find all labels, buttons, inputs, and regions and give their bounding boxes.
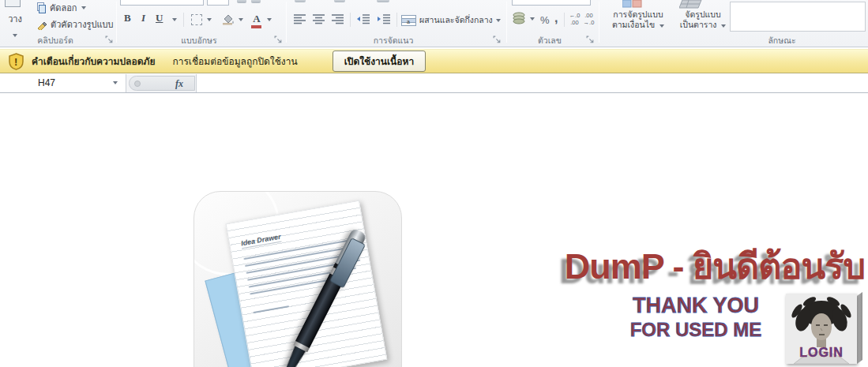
dropdown-arrow-icon	[659, 24, 664, 28]
font-color-bar	[251, 25, 261, 28]
number-format-combobox[interactable]	[512, 0, 591, 6]
orientation-icon[interactable]	[334, 0, 345, 2]
insert-function-button[interactable]: fx	[175, 78, 183, 90]
copy-button[interactable]: คัดลอก	[36, 2, 86, 14]
dropdown-arrow-icon	[496, 19, 501, 22]
decrease-decimal-button[interactable]: .00 →.0	[582, 12, 596, 26]
login-label: LOGIN	[786, 346, 857, 360]
merge-center-button[interactable]: a ผสานและจัดกึ่งกลาง	[401, 13, 501, 27]
percent-button[interactable]: %	[540, 14, 550, 26]
font-name-combobox[interactable]	[120, 0, 204, 6]
formula-bar-dot	[134, 81, 141, 87]
dropdown-arrow-icon[interactable]	[239, 18, 243, 21]
ribbon-group-styles: การจัดรูปแบบ ตามเงื่อนไข จัดรูปแบบ เป็นต…	[600, 0, 868, 46]
format-painter-label: ตัวคัดวางรูปแบบ	[51, 17, 114, 32]
format-painter-icon	[36, 19, 47, 30]
group-separator	[506, 2, 507, 43]
dropdown-arrow-icon[interactable]	[172, 18, 177, 21]
dialog-launcher-icon[interactable]	[274, 36, 283, 44]
decrease-decimal-top: .00	[584, 12, 592, 19]
align-center-icon[interactable]	[312, 13, 326, 24]
mini-separator	[183, 13, 184, 27]
group-separator	[286, 2, 287, 43]
currency-coins-icon	[512, 12, 528, 25]
dropdown-arrow-icon[interactable]	[267, 18, 272, 21]
dropdown-arrow-icon	[721, 24, 726, 28]
grow-font-icon[interactable]	[237, 0, 246, 3]
svg-text:!: !	[14, 56, 17, 68]
ribbon-group-number: % , ←.0 .00 .00 →.0 ตัวเลข	[509, 0, 597, 46]
font-group-label: แบบอักษร	[118, 35, 280, 46]
dialog-launcher-icon[interactable]	[105, 36, 114, 44]
italic-button[interactable]: I	[141, 12, 145, 24]
comma-button[interactable]: ,	[554, 11, 558, 25]
group-separator	[599, 2, 599, 43]
ribbon-group-font: B I U A แบบอักษร	[118, 0, 285, 46]
merge-center-label: ผสานและจัดกึ่งกลาง	[419, 13, 493, 27]
cell-styles-gallery[interactable]	[730, 2, 866, 32]
shrink-font-icon[interactable]	[251, 0, 261, 3]
format-painter-button[interactable]: ตัวคัดวางรูปแบบ	[36, 18, 114, 31]
align-right-icon[interactable]	[331, 13, 345, 24]
paste-label: วาง	[8, 14, 22, 24]
name-box-value: H47	[38, 77, 55, 88]
decrease-decimal-bottom: →.0	[584, 19, 595, 26]
number-group-label: ตัวเลข	[509, 35, 591, 46]
dialog-launcher-icon[interactable]	[586, 36, 595, 44]
bold-button[interactable]: B	[124, 12, 131, 24]
mini-separator	[564, 13, 565, 27]
enable-content-button[interactable]: เปิดใช้งานเนื้อหา	[333, 51, 426, 72]
font-color-button[interactable]: A	[251, 11, 262, 28]
font-size-combobox[interactable]	[207, 0, 229, 6]
conditional-formatting-line2: ตามเงื่อนไข	[612, 20, 655, 29]
excel-window: วาง คัดลอก ตัวคัดวางรูปแบบ คลิปบอร์ด B	[0, 0, 868, 367]
wrap-text-icon[interactable]	[377, 0, 389, 2]
fill-color-icon[interactable]	[221, 13, 235, 25]
format-as-table-line2: เป็นตาราง	[680, 20, 717, 29]
thank-you-line1: THANK YOU	[608, 294, 783, 318]
alignment-group-label: การจัดแนว	[288, 35, 498, 46]
svg-text:a: a	[407, 19, 410, 24]
increase-decimal-button[interactable]: ←.0 .00	[568, 12, 581, 26]
formula-bar: H47 fx	[0, 74, 868, 93]
increase-indent-icon[interactable]	[377, 13, 391, 24]
security-warning-title: คำเตือนเกี่ยวกับความปลอดภัย	[32, 54, 155, 69]
login-button[interactable]: LOGIN	[786, 294, 862, 365]
ribbon-group-alignment: a ผสานและจัดกึ่งกลาง การจัดแนว	[288, 0, 505, 46]
styles-group-label: ลักษณะ	[600, 35, 868, 46]
name-box-dropdown-icon[interactable]	[113, 81, 118, 84]
dialog-launcher-icon[interactable]	[493, 36, 502, 44]
align-left-icon[interactable]	[293, 13, 307, 24]
format-as-table-button[interactable]: จัดรูปแบบ เป็นตาราง	[676, 9, 730, 30]
accounting-format-button[interactable]	[512, 12, 535, 25]
formula-input[interactable]	[197, 74, 868, 92]
dropdown-arrow-icon[interactable]	[207, 18, 212, 21]
increase-decimal-bottom: .00	[570, 19, 578, 26]
insert-function-area: fx	[129, 76, 195, 91]
underline-button[interactable]: U	[156, 12, 163, 24]
conditional-formatting-icon	[622, 0, 644, 8]
align-top-icon[interactable]	[295, 0, 306, 2]
copy-label: คัดลอก	[50, 1, 77, 15]
conditional-formatting-button[interactable]: การจัดรูปแบบ ตามเงื่อนไข	[602, 9, 674, 30]
security-shield-icon: !	[8, 53, 24, 70]
ribbon: วาง คัดลอก ตัวคัดวางรูปแบบ คลิปบอร์ด B	[0, 0, 868, 47]
borders-button[interactable]	[191, 14, 202, 25]
format-as-table-icon	[679, 0, 703, 9]
dropdown-arrow-icon	[530, 17, 535, 21]
name-box[interactable]: H47	[0, 74, 126, 92]
welcome-title: DumP - ยินดีต้อนรับ	[438, 238, 865, 294]
ribbon-group-clipboard: วาง คัดลอก ตัวคัดวางรูปแบบ คลิปบอร์ด	[0, 0, 116, 46]
security-warning-message: การเชื่อมต่อข้อมูลถูกปิดใช้งาน	[172, 54, 297, 69]
copy-icon	[36, 2, 47, 13]
decrease-indent-icon[interactable]	[356, 13, 370, 24]
note-signature	[253, 305, 289, 313]
increase-decimal-top: ←.0	[569, 12, 581, 19]
mini-separator	[350, 13, 351, 27]
login-canvas-edge	[857, 292, 862, 364]
paste-button[interactable]: วาง	[0, 11, 30, 35]
note-title: Idea Drawer	[240, 233, 281, 249]
conditional-formatting-line1: การจัดรูปแบบ	[613, 9, 663, 19]
font-color-label: A	[253, 13, 260, 24]
dropdown-arrow-icon	[81, 6, 86, 9]
